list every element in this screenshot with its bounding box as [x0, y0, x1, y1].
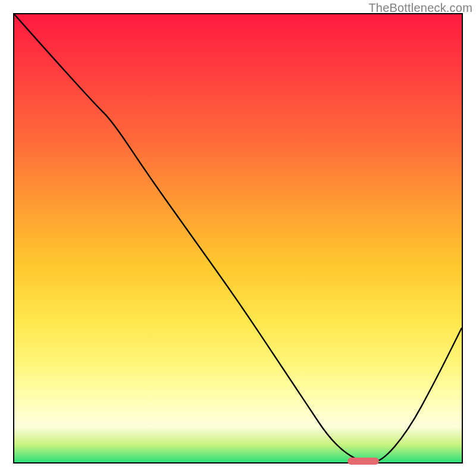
chart-curve-svg: [14, 14, 462, 462]
bottleneck-curve-path: [14, 14, 462, 462]
optimum-marker: [347, 458, 379, 465]
chart-frame: [13, 13, 463, 464]
